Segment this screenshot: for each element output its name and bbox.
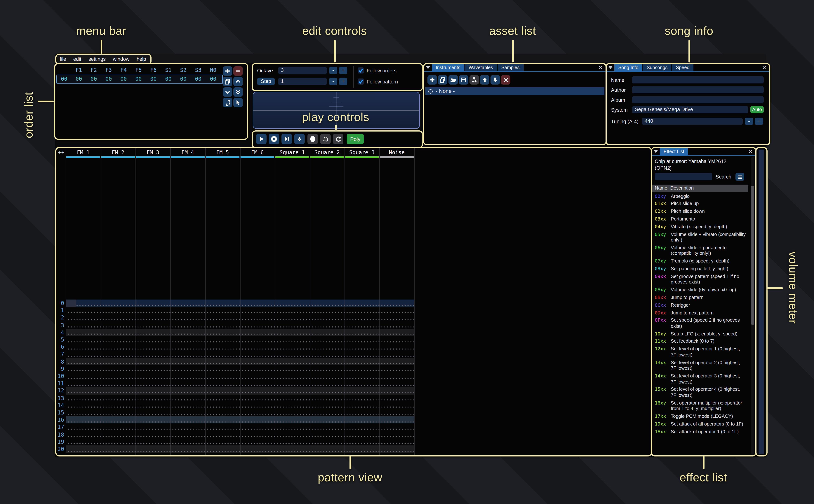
pattern-cell[interactable] — [135, 343, 170, 351]
pattern-cell[interactable] — [275, 358, 310, 365]
pattern-cell[interactable] — [344, 416, 379, 424]
order-cell[interactable]: 00 — [86, 75, 101, 83]
pattern-cell[interactable] — [344, 438, 379, 445]
pattern-cell[interactable] — [135, 424, 170, 431]
close-icon[interactable]: ✕ — [748, 149, 753, 155]
pattern-cell[interactable] — [240, 372, 275, 380]
pattern-cell[interactable] — [66, 394, 101, 402]
close-icon[interactable]: ✕ — [598, 65, 603, 71]
pattern-cell[interactable] — [240, 321, 275, 329]
pattern-cell[interactable] — [344, 394, 379, 402]
asset-folder-view-button[interactable] — [470, 75, 479, 85]
pattern-cell[interactable] — [66, 445, 101, 453]
channel-header[interactable]: Square 2 — [310, 149, 344, 155]
pattern-cell[interactable] — [240, 365, 275, 372]
pattern-cell[interactable] — [101, 380, 135, 387]
pattern-cell[interactable] — [379, 387, 414, 394]
pattern-cell[interactable] — [135, 365, 170, 372]
pattern-cell[interactable] — [170, 394, 205, 402]
pattern-cell[interactable] — [135, 431, 170, 438]
pattern-cell[interactable] — [135, 329, 170, 336]
follow-orders-checkbox[interactable] — [358, 67, 364, 74]
pattern-cell[interactable] — [240, 358, 275, 365]
pattern-cell[interactable] — [66, 336, 101, 343]
pattern-cell[interactable] — [205, 431, 240, 438]
pattern-cell[interactable] — [310, 387, 344, 394]
pattern-cell[interactable] — [344, 387, 379, 394]
pattern-cell[interactable] — [170, 365, 205, 372]
pattern-cell[interactable] — [275, 314, 310, 321]
pattern-cell[interactable] — [240, 445, 275, 453]
pattern-cell[interactable] — [310, 358, 344, 365]
pattern-cell[interactable] — [205, 380, 240, 387]
order-row-selected[interactable]: 0000000000000000000000 — [56, 75, 223, 84]
pattern-cell[interactable] — [344, 307, 379, 314]
pattern-cell[interactable] — [205, 424, 240, 431]
pattern-cell[interactable] — [101, 300, 135, 307]
pattern-cell[interactable] — [240, 307, 275, 314]
play-button[interactable] — [256, 134, 266, 144]
pattern-cell[interactable] — [170, 343, 205, 351]
effect-row[interactable]: 09xx Set groove pattern (speed 1 if no g… — [655, 273, 747, 286]
pattern-cell[interactable] — [240, 336, 275, 343]
pattern-cell[interactable] — [135, 380, 170, 387]
pattern-cell[interactable] — [275, 351, 310, 358]
pattern-cell[interactable] — [240, 314, 275, 321]
effect-row[interactable]: 16xy Set operator multiplier (x: operato… — [655, 399, 747, 412]
pattern-cell[interactable] — [379, 409, 414, 416]
pattern-cell[interactable] — [379, 351, 414, 358]
pattern-cell[interactable] — [205, 394, 240, 402]
tuning-input[interactable]: 440 — [642, 118, 743, 125]
system-auto-button[interactable]: Auto — [750, 106, 764, 113]
order-duplicate-button[interactable] — [223, 77, 232, 86]
pattern-cell[interactable] — [170, 445, 205, 453]
pattern-cell[interactable] — [66, 351, 101, 358]
order-cell[interactable]: 00 — [116, 75, 131, 83]
step-row-button[interactable] — [281, 134, 292, 144]
pattern-cell[interactable] — [170, 416, 205, 424]
pattern-cell[interactable] — [240, 300, 275, 307]
close-icon[interactable]: ✕ — [761, 65, 767, 71]
pattern-cell[interactable] — [310, 321, 344, 329]
pattern-cell[interactable] — [310, 394, 344, 402]
song-info-tab[interactable]: Speed — [672, 64, 693, 71]
order-cell[interactable]: 00 — [71, 75, 86, 83]
pattern-cell[interactable] — [66, 431, 101, 438]
pattern-cell[interactable] — [205, 358, 240, 365]
pattern-cell[interactable] — [101, 321, 135, 329]
pattern-cell[interactable] — [275, 343, 310, 351]
pattern-cell[interactable] — [66, 365, 101, 372]
effect-row[interactable]: 0Bxx Jump to pattern — [655, 294, 747, 301]
pattern-cell[interactable] — [344, 402, 379, 409]
pattern-cell[interactable] — [170, 321, 205, 329]
order-add-button[interactable] — [223, 66, 232, 76]
order-remove-button[interactable] — [233, 66, 243, 76]
effect-row[interactable]: 02xx Pitch slide down — [655, 208, 747, 215]
asset-add-button[interactable] — [428, 75, 437, 85]
asset-move-down-button[interactable] — [491, 75, 500, 85]
repeat-pattern-button[interactable] — [333, 134, 343, 144]
pattern-cell[interactable] — [310, 336, 344, 343]
order-column-header[interactable]: F5 — [131, 67, 146, 73]
pattern-cell[interactable] — [101, 329, 135, 336]
pattern-cell[interactable] — [379, 300, 414, 307]
pattern-cell[interactable] — [101, 387, 135, 394]
pattern-cell[interactable] — [66, 402, 101, 409]
asset-tab[interactable]: Instruments — [432, 64, 464, 71]
order-move-down-button[interactable] — [223, 87, 232, 97]
pattern-cell[interactable] — [170, 336, 205, 343]
pattern-cell[interactable] — [310, 307, 344, 314]
pattern-cell[interactable] — [344, 358, 379, 365]
pattern-cell[interactable] — [170, 372, 205, 380]
pattern-cell[interactable] — [310, 438, 344, 445]
pattern-cell[interactable] — [205, 343, 240, 351]
effect-row[interactable]: 0Fxx Set speed (speed 2 if no grooves ex… — [655, 316, 747, 330]
pattern-cell[interactable] — [240, 394, 275, 402]
pattern-cell[interactable] — [379, 365, 414, 372]
effect-scrollbar-thumb[interactable] — [751, 186, 754, 325]
pattern-cell[interactable] — [205, 365, 240, 372]
pattern-cell[interactable] — [275, 416, 310, 424]
order-column-header[interactable]: S2 — [176, 67, 191, 73]
pattern-cell[interactable] — [310, 445, 344, 453]
song-info-tab[interactable]: Subsongs — [643, 64, 671, 71]
